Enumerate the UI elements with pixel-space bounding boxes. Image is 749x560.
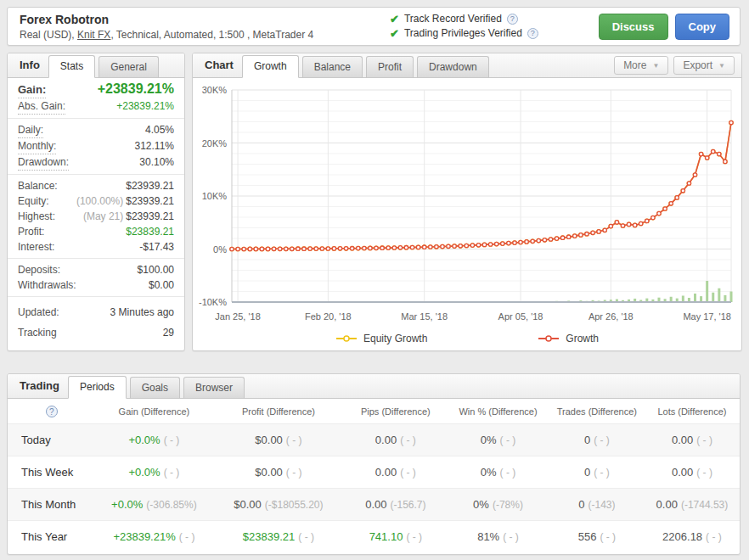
stat-label: Daily: [18, 122, 43, 138]
stat-label: Gain: [18, 82, 46, 98]
discuss-button[interactable]: Discuss [599, 14, 668, 40]
account-subtitle: Real (USD), Knit FX, Technical, Automate… [20, 29, 390, 41]
period-difference: ( - ) [406, 531, 422, 543]
period-value-cell: 741.10( - ) [345, 521, 448, 553]
column-header: Win % (Difference) [447, 399, 549, 424]
period-label: This Week [8, 456, 95, 489]
svg-text:Apr 05, '18: Apr 05, '18 [498, 311, 543, 322]
period-difference: ( - ) [500, 467, 516, 479]
period-difference: (-1744.53) [681, 499, 728, 511]
period-difference: (-$18055.20) [265, 499, 324, 511]
periods-table: ?Gain (Difference)Profit (Difference)Pip… [8, 399, 740, 552]
stats-row: Interest:-$17.43 [18, 239, 174, 255]
period-value: +0.0% [128, 466, 160, 479]
chart-toolbar: More▼ Export▼ [614, 56, 735, 77]
period-difference: ( - ) [500, 434, 516, 446]
period-label: Today [8, 424, 95, 456]
period-difference: ( - ) [298, 531, 314, 543]
stats-row: Withdrawals:$0.00 [18, 277, 174, 293]
period-value-cell: 2206.18( - ) [645, 521, 740, 553]
account-header-card: Forex Robotron Real (USD), Knit FX, Tech… [7, 7, 741, 46]
svg-text:Mar 15, '18: Mar 15, '18 [401, 311, 448, 322]
copy-button[interactable]: Copy [675, 14, 730, 40]
period-value-cell: 0( - ) [549, 424, 645, 456]
tab-balance[interactable]: Balance [302, 56, 363, 78]
svg-text:10K%: 10K% [202, 191, 228, 201]
period-value-cell: +0.0%( - ) [95, 456, 212, 489]
period-difference: ( - ) [594, 467, 610, 479]
stat-label: Interest: [18, 239, 54, 255]
period-value: 0% [481, 434, 497, 446]
stat-label: Balance: [18, 178, 58, 193]
stats-row: Highest:(May 21)$23939.21 [18, 209, 174, 224]
tab-stats[interactable]: Stats [48, 55, 95, 78]
stat-value: $23939.21 [126, 178, 174, 193]
chart-tab-strip: Chart Growth Balance Profit Drawdown Mor… [193, 53, 741, 78]
tab-drawdown[interactable]: Drawdown [417, 56, 489, 78]
stat-label: Abs. Gain: [18, 98, 65, 115]
stats-row: Monthly:312.11% [18, 138, 174, 154]
tab-profit[interactable]: Profit [366, 56, 414, 78]
stat-value: 29 [163, 322, 174, 343]
period-value-cell: $0.00(-$18055.20) [212, 489, 344, 521]
period-difference: (-156.7) [390, 499, 425, 511]
stats-row: Updated:3 Minutes ago [18, 302, 174, 322]
period-value-cell: 0.00(-156.7) [345, 489, 448, 521]
period-label: This Year [8, 521, 95, 553]
stats-row: Profit:$23839.21 [18, 224, 174, 239]
period-value-cell: 0%( - ) [447, 424, 549, 456]
tab-goals[interactable]: Goals [130, 377, 180, 399]
more-button[interactable]: More▼ [614, 56, 668, 75]
stat-label: Tracking [18, 322, 57, 343]
stat-value: 312.11% [135, 138, 174, 154]
stats-group: Balance:$23939.21Equity:(100.00%)$23939.… [8, 175, 184, 259]
period-difference: ( - ) [503, 531, 519, 543]
stats-group: Gain:+23839.21%Abs. Gain:+23839.21% [8, 78, 184, 119]
legend-item-growth[interactable]: Growth [538, 333, 599, 344]
stats-row: Deposits:$100.00 [18, 262, 174, 277]
tab-browser[interactable]: Browser [183, 377, 245, 399]
tab-general[interactable]: General [99, 56, 159, 78]
stat-label: Withdrawals: [18, 277, 76, 293]
period-value: 0.00 [672, 434, 693, 446]
tab-periods[interactable]: Periods [68, 376, 127, 399]
stat-label: Highest: [18, 209, 55, 224]
stat-value: $0.00 [149, 277, 174, 293]
legend-label: Equity Growth [363, 333, 427, 344]
period-value-cell: 556( - ) [549, 521, 645, 553]
period-value-cell: +0.0%(-306.85%) [95, 489, 212, 521]
account-title-block: Forex Robotron Real (USD), Knit FX, Tech… [8, 13, 390, 41]
period-value: $23839.21 [243, 530, 295, 543]
stat-value: 30.10% [139, 154, 174, 170]
stats-row: Gain:+23839.21% [18, 81, 174, 98]
stat-value-muted: (May 21) [83, 210, 123, 222]
verification-block: ✔ Track Record Verified ? ✔ Trading Priv… [390, 12, 599, 41]
period-value-cell: 0%( - ) [447, 456, 549, 489]
tab-growth[interactable]: Growth [242, 55, 299, 78]
period-difference: ( - ) [600, 531, 616, 543]
period-value: +0.0% [111, 498, 143, 511]
help-icon[interactable]: ? [507, 14, 518, 25]
chart-card: Chart Growth Balance Profit Drawdown Mor… [192, 53, 742, 351]
table-help-icon[interactable]: ? [46, 406, 58, 417]
period-difference: ( - ) [164, 467, 180, 479]
stat-value: +23839.21% [116, 98, 174, 114]
stats-group: Updated:3 Minutes agoTracking29 [8, 297, 184, 346]
help-icon[interactable]: ? [527, 28, 538, 39]
trading-privileges-verified-label: Trading Privileges Verified [404, 26, 522, 41]
track-record-verified-badge: ✔ Track Record Verified ? [390, 12, 599, 26]
stat-value: $23839.21 [126, 224, 174, 239]
period-difference: ( - ) [696, 467, 712, 479]
period-difference: ( - ) [696, 434, 712, 446]
period-difference: (-306.85%) [146, 499, 196, 511]
column-header: Gain (Difference) [95, 399, 212, 424]
period-value: 0 [584, 466, 590, 479]
trading-tab-strip: Trading Periods Goals Browser [8, 374, 740, 399]
chevron-down-icon: ▼ [652, 62, 659, 70]
stats-row: Equity:(100.00%)$23939.21 [18, 193, 174, 209]
trading-privileges-verified-badge: ✔ Trading Privileges Verified ? [390, 26, 599, 41]
export-button[interactable]: Export▼ [673, 56, 735, 75]
legend-item-equity-growth[interactable]: Equity Growth [335, 333, 427, 344]
broker-link[interactable]: Knit FX [77, 29, 110, 41]
stats-group: Daily:4.05%Monthly:312.11%Drawdown:30.10… [8, 119, 184, 175]
